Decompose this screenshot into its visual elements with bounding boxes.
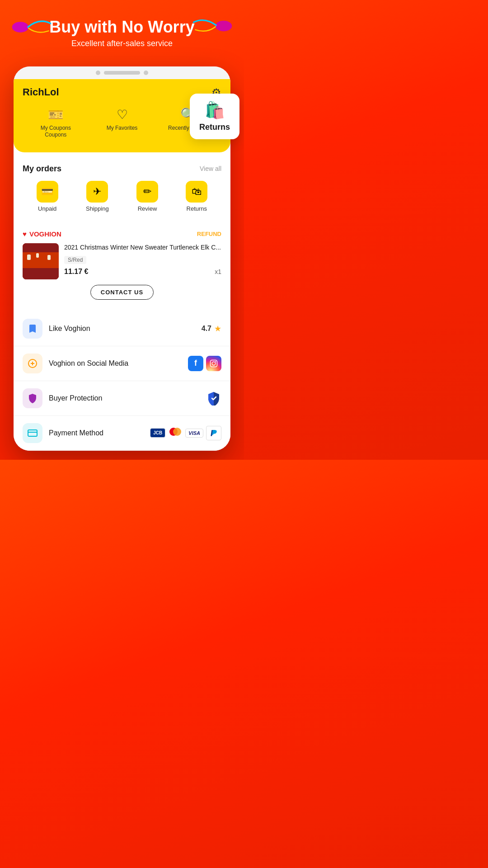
review-icon: ✏ <box>136 181 158 203</box>
order-item-details: 2021 Christmas Winter New Sweater Turtle… <box>64 243 221 279</box>
svg-rect-9 <box>211 360 217 367</box>
like-voghion-row[interactable]: Like Voghion 4.7 ★ <box>14 311 230 346</box>
refund-badge: REFUND <box>197 231 221 237</box>
svg-point-15 <box>173 428 181 436</box>
returns-label: Returns <box>199 123 230 132</box>
svg-rect-4 <box>27 255 31 260</box>
payment-method-label: Payment Method <box>49 429 150 437</box>
svg-rect-6 <box>47 255 51 260</box>
returns-float-card: 🛍️ Returns <box>190 94 239 139</box>
notch-circle-2 <box>144 71 148 75</box>
svg-rect-12 <box>28 430 37 436</box>
shipping-icon: ✈ <box>86 181 108 203</box>
brand-text: VOGHION <box>29 230 61 238</box>
svg-rect-5 <box>36 253 39 258</box>
payment-method-row[interactable]: Payment Method JCB VISA <box>14 416 230 451</box>
payment-icons: JCB VISA <box>150 426 221 440</box>
item-price: 11.17 € <box>64 268 88 276</box>
like-voghion-label: Like Voghion <box>49 325 202 333</box>
right-decoration <box>190 14 235 41</box>
unpaid-label: Unpaid <box>38 205 56 212</box>
order-type-review[interactable]: ✏ Review <box>136 181 158 212</box>
order-type-shipping[interactable]: ✈ Shipping <box>86 181 109 212</box>
star-icon: ★ <box>214 324 221 334</box>
favorites-label: My Favorites <box>107 125 138 132</box>
shield-badge-icon <box>206 391 221 406</box>
facebook-icon[interactable]: f <box>188 356 203 371</box>
order-type-unpaid[interactable]: 💳 Unpaid <box>37 181 58 212</box>
buyer-protection-row[interactable]: Buyer Protection <box>14 381 230 416</box>
item-variant: S/Red <box>64 256 86 264</box>
item-price-row: 11.17 € x1 <box>64 268 221 276</box>
mastercard-icon <box>168 427 183 439</box>
brand-name: ♥ VOGHION <box>23 230 61 238</box>
item-qty: x1 <box>215 268 221 275</box>
order-type-returns[interactable]: 🛍 Returns <box>186 181 207 212</box>
favorites-action[interactable]: ♡ My Favorites <box>89 107 155 139</box>
buyer-protection-icon <box>23 388 42 408</box>
order-item-image <box>23 243 59 279</box>
buyer-protection-label: Buyer Protection <box>49 394 206 402</box>
contact-us-button[interactable]: CONTACT US <box>90 285 154 300</box>
jcb-badge: JCB <box>150 428 165 438</box>
buyer-protection-right <box>206 391 221 406</box>
social-media-icon <box>23 354 42 373</box>
svg-point-11 <box>215 361 216 362</box>
favorites-icon: ♡ <box>117 107 128 122</box>
coupons-icon: 🎫 <box>48 107 64 122</box>
coupons-action[interactable]: 🎫 My CouponsCoupons <box>23 107 89 139</box>
social-media-right: f <box>188 356 221 371</box>
order-item-row: 2021 Christmas Winter New Sweater Turtle… <box>23 243 221 279</box>
returns-bag-icon: 🛍️ <box>205 101 225 120</box>
orders-header: My orders View all <box>23 164 221 174</box>
bottom-sections: Like Voghion 4.7 ★ Voghion on Social Med… <box>14 311 230 451</box>
shipping-label: Shipping <box>86 205 109 212</box>
svg-point-10 <box>212 362 216 365</box>
returns-label-orders: Returns <box>187 205 207 212</box>
visa-badge: VISA <box>185 429 203 438</box>
order-types: 💳 Unpaid ✈ Shipping ✏ Review 🛍 Returns <box>23 181 221 212</box>
view-all-link[interactable]: View all <box>200 165 221 172</box>
notch-pill <box>104 71 140 75</box>
svg-rect-7 <box>23 268 59 279</box>
svg-point-0 <box>12 22 29 32</box>
payment-method-icon <box>23 423 42 443</box>
coupons-label: My CouponsCoupons <box>41 125 71 139</box>
review-label: Review <box>138 205 157 212</box>
like-voghion-right: 4.7 ★ <box>202 324 221 334</box>
phone-container: 🛍️ Returns ⚙ RichLol 🎫 My CouponsCoupons… <box>14 66 230 451</box>
item-name: 2021 Christmas Winter New Sweater Turtle… <box>64 243 221 252</box>
social-media-row[interactable]: Voghion on Social Media f <box>14 346 230 381</box>
notch-circle <box>96 71 100 75</box>
svg-point-1 <box>216 21 232 31</box>
returns-icon: 🛍 <box>186 181 207 203</box>
left-decoration <box>9 14 54 41</box>
orders-section: My orders View all 💳 Unpaid ✈ Shipping ✏… <box>14 157 230 219</box>
phone-notch-bar <box>14 66 230 79</box>
social-media-label: Voghion on Social Media <box>49 359 188 368</box>
like-voghion-icon <box>23 319 42 339</box>
paypal-badge <box>206 426 221 440</box>
hero-section: Buy with No Worry Excellent after-sales … <box>0 0 244 57</box>
instagram-icon[interactable] <box>206 356 221 371</box>
orders-title: My orders <box>23 164 61 174</box>
order-card: ♥ VOGHION REFUND <box>14 223 230 307</box>
sweater-image <box>23 243 59 279</box>
rating-value: 4.7 <box>202 325 211 333</box>
order-brand-row: ♥ VOGHION REFUND <box>23 230 221 238</box>
brand-heart-icon: ♥ <box>23 230 27 238</box>
unpaid-icon: 💳 <box>37 181 58 203</box>
